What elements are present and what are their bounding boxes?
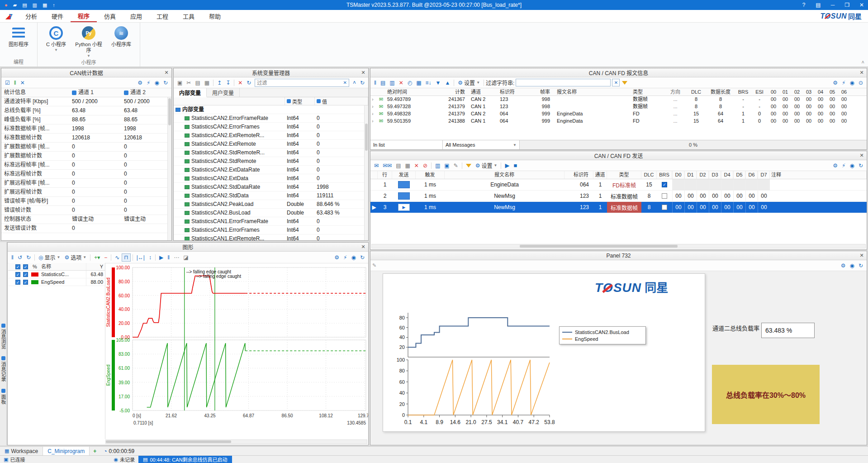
sort-icon[interactable]: ≡↓ [424, 79, 433, 86]
start-all-icon[interactable]: ▶ [503, 162, 511, 169]
transmit-row[interactable]: 21 msNewMsg1231标准数据帧80000000000000000 [370, 191, 867, 202]
clear-icon[interactable]: ✕ [19, 79, 27, 86]
folder-icon[interactable]: ▤ [22, 2, 27, 8]
wrench-icon[interactable]: ⚙ [332, 254, 341, 261]
filter-funnel-icon[interactable] [622, 81, 627, 85]
ribbon-tab-帮助[interactable]: 帮助 [202, 10, 228, 22]
copy-icon[interactable]: ▦ [403, 162, 412, 169]
sysvar-row[interactable]: StatisticsCAN2.ExtDataInt640 [174, 174, 368, 183]
sysvar-row[interactable]: StatisticsCAN2.ExtRemoteR...Int640 [174, 131, 368, 140]
ribbon-tab-仿真[interactable]: 仿真 [97, 10, 123, 22]
wrench-icon[interactable]: ⚙ [831, 79, 840, 86]
refresh-icon[interactable]: ↻ [358, 254, 366, 261]
clock-icon[interactable]: ◴ [406, 79, 414, 86]
sysvar-row[interactable]: StatisticsCAN2.ExtDataRateInt640 [174, 166, 368, 174]
ribbon-collapse-icon[interactable]: ˄ [862, 59, 864, 65]
sysvar-row[interactable]: StatisticsCAN2.StdDataInt64119111 [174, 191, 368, 200]
byte-cell[interactable] [721, 179, 733, 190]
byte-cell[interactable]: 00 [709, 191, 721, 201]
more-icon[interactable]: ⋯ [172, 254, 181, 261]
flash-icon[interactable]: ⚡ [342, 254, 349, 261]
checkbox-icon[interactable]: ✓ [15, 272, 20, 277]
copy-icon[interactable]: ▤ [379, 79, 387, 86]
folder-icon[interactable]: ▤ [394, 162, 403, 169]
stats-row[interactable]: 通道波特率 [Kbps]500 / 2000500 / 2000 [1, 97, 171, 106]
send-button[interactable] [398, 181, 410, 188]
send-button[interactable] [398, 192, 410, 200]
sysvar-row[interactable]: StatisticsCAN2.StdDataRateInt641998 [174, 183, 368, 191]
stats-row[interactable]: 错误帧计数00 [1, 206, 171, 215]
sysvar-row[interactable]: StatisticsCAN2.BusLoadDouble63.483 % [174, 209, 368, 217]
tab-user-variables[interactable]: 用户变量 [207, 88, 240, 97]
message-row[interactable]: ›✉59.501359241388CAN 1064999EngineDataFD… [370, 118, 867, 125]
byte-cell[interactable]: 00 [684, 202, 697, 213]
byte-cell[interactable]: 00 [745, 202, 758, 213]
list-icon[interactable]: ▥ [433, 162, 442, 169]
ribbon-tab-硬件[interactable]: 硬件 [44, 10, 71, 22]
camera-icon[interactable]: ◉ [848, 162, 856, 169]
fit-horizontal-icon[interactable]: |↔| [135, 254, 147, 261]
expand-icon[interactable]: ↻ [857, 262, 865, 269]
ribbon-tab-工具[interactable]: 工具 [175, 10, 202, 22]
add-message-icon[interactable]: ✉ [372, 162, 380, 169]
byte-cell[interactable]: 00 [672, 191, 684, 201]
sort-asc-icon[interactable]: ▲ [443, 79, 452, 86]
record-icon[interactable]: ● [5, 2, 8, 8]
stats-row[interactable]: 标准远程帧计数00 [1, 170, 171, 179]
byte-cell[interactable] [709, 179, 721, 190]
byte-cell[interactable]: 00 [745, 191, 758, 201]
add-messages-icon[interactable]: ✉✉ [381, 162, 394, 169]
sysvar-row[interactable]: StatisticsCAN2.StdRemoteInt640 [174, 157, 368, 166]
refresh-icon[interactable]: ↻ [245, 79, 253, 86]
transmit-row[interactable]: ▶3▶1 msNewMsg1231标准数据帧80000000000000000 [370, 202, 867, 213]
stats-row[interactable]: 扩展远程帧率 [帧...00 [1, 179, 171, 188]
ribbon-tab-程序[interactable]: 程序 [71, 10, 97, 22]
close-icon[interactable]: ✕ [855, 2, 868, 8]
sysvar-row[interactable]: StatisticsCAN1.ExtRemoteR...Int640 [174, 234, 368, 240]
minimize-icon[interactable]: ─ [826, 2, 839, 8]
fit-vertical-icon[interactable]: ↕ [147, 254, 153, 261]
redo-icon[interactable]: ↻ [24, 254, 33, 261]
stats-row[interactable]: 控制器状态错误主动错误主动 [1, 215, 171, 224]
camera-icon[interactable]: ◉ [848, 79, 856, 86]
delete-icon[interactable]: ✕ [413, 162, 421, 169]
byte-cell[interactable] [733, 179, 745, 190]
close-icon[interactable]: ✕ [360, 69, 367, 76]
clear-filter-icon[interactable]: ✕ [342, 80, 349, 85]
byte-cell[interactable]: 00 [733, 202, 745, 213]
ribbon-item-图形程序[interactable]: 图形程序 [4, 24, 33, 57]
filter-input[interactable] [255, 80, 341, 86]
ribbon-item-Python 小程序[interactable]: PyPython 小程序▼ [74, 24, 104, 58]
byte-cell[interactable]: 00 [733, 191, 745, 201]
side-tab-消息记录[interactable]: 消息记录 [0, 356, 7, 382]
add-tab-button[interactable]: + [90, 448, 100, 454]
byte-cell[interactable]: 00 [721, 191, 733, 201]
byte-cell[interactable]: 00 [721, 202, 733, 213]
upload-icon[interactable]: ↑ [52, 2, 55, 8]
wrench-icon[interactable]: ⚙ [136, 79, 144, 86]
help-icon[interactable]: ? [797, 2, 810, 8]
side-tab-面板[interactable]: 面板 [0, 389, 7, 404]
sysvar-row[interactable]: StatisticsCAN2.ErrorFrameRateInt640 [174, 114, 368, 123]
tab-workspace[interactable]: ▦Workspace [0, 447, 43, 455]
send-button[interactable]: ▶ [398, 204, 410, 211]
legend-row[interactable]: ✓✓EngSpeed88.00 [8, 278, 105, 286]
flash-icon[interactable]: ⚡ [840, 162, 847, 169]
export-icon[interactable]: ↧ [224, 79, 232, 86]
maximize-icon[interactable]: ❒ [841, 2, 854, 8]
close-icon[interactable]: ✕ [858, 69, 865, 76]
stats-row[interactable]: 总线负载率 [%]63.4863.48 [1, 106, 171, 115]
wrench-icon[interactable]: ⚙ [831, 162, 840, 169]
stats-row[interactable]: 标准远程帧率 [帧...00 [1, 161, 171, 170]
settings-dropdown[interactable]: ⚙设置▼ [456, 78, 482, 87]
eraser-icon[interactable]: ◪ [181, 254, 190, 261]
message-row[interactable]: ›✉59.497328241379CAN 1123998数据帧...88--00… [370, 103, 867, 110]
transmit-hscrollbar[interactable] [371, 244, 866, 248]
sort-desc-icon[interactable]: ▼ [434, 79, 443, 86]
save-icon[interactable]: ▥ [33, 2, 37, 8]
busload-value-box[interactable]: 63.483 % [761, 323, 815, 338]
byte-cell[interactable]: 00 [684, 191, 697, 201]
brs-checkbox[interactable]: ✓ [662, 182, 667, 187]
delete-icon[interactable]: ✕ [236, 79, 244, 86]
byte-cell[interactable]: 00 [758, 191, 770, 201]
